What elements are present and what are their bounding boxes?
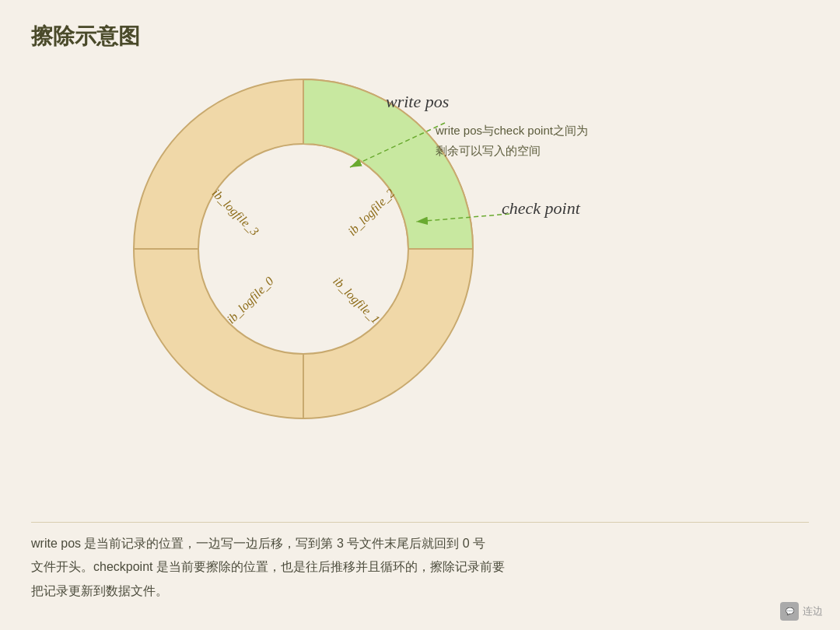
page-title: 擦除示意图 <box>31 22 140 51</box>
ring-outer <box>134 79 473 418</box>
annotation-line2: 剩余可以写入的空间 <box>436 144 541 157</box>
label-logfile2: ib_logfile_2 <box>345 186 397 238</box>
label-logfile3: ib_logfile_3 <box>209 186 261 238</box>
wechat-badge: 💬 连边 <box>780 602 823 621</box>
check-point-arrow <box>416 214 509 222</box>
description-content: write pos 是当前记录的位置，一边写一边后移，写到第 3 号文件末尾后就… <box>31 537 505 597</box>
write-pos-label: write pos <box>386 92 449 112</box>
description-text: write pos 是当前记录的位置，一边写一边后移，写到第 3 号文件末尾后就… <box>31 522 809 603</box>
brand-label: 连边 <box>803 604 823 618</box>
label-logfile0: ib_logfile_0 <box>224 275 276 327</box>
diagram-svg: ib_logfile_0 ib_logfile_1 ib_logfile_2 i… <box>0 0 840 529</box>
write-pos-arrow <box>350 123 445 167</box>
check-point-label: check point <box>502 198 580 219</box>
label-logfile1: ib_logfile_1 <box>330 275 382 327</box>
wechat-icon: 💬 <box>780 602 799 621</box>
ring-inner <box>198 144 408 354</box>
annotation-line1: write pos与check point之间为 <box>436 124 588 137</box>
annotation-description: write pos与check point之间为 剩余可以写入的空间 <box>436 121 588 160</box>
